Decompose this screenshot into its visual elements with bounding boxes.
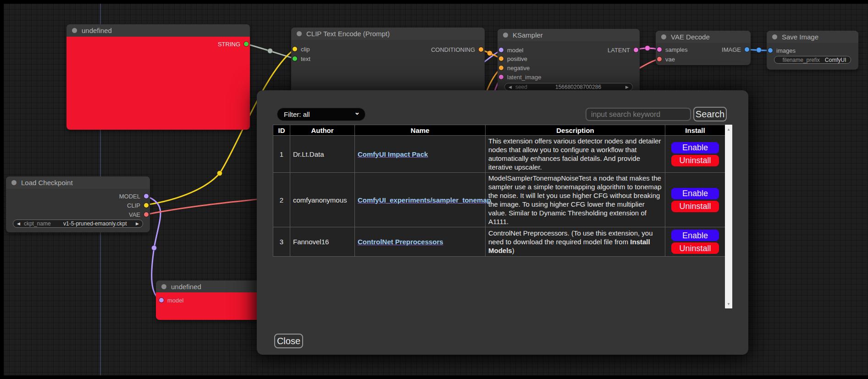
collapse-dot-icon[interactable] (661, 34, 666, 39)
input-port-samples[interactable]: samples (657, 46, 687, 53)
cell-id: 3 (273, 227, 290, 257)
enable-button[interactable]: Enable (671, 230, 719, 241)
description-text: ) (512, 247, 514, 254)
decrement-arrow-icon[interactable]: ◀ (509, 85, 512, 89)
port-dot-icon[interactable] (499, 48, 503, 52)
port-dot-icon[interactable] (144, 194, 149, 198)
filename-prefix-widget[interactable]: filename_prefix ComfyUI (774, 56, 851, 64)
port-label: STRING (218, 41, 240, 48)
input-port-positive[interactable]: positive (499, 55, 527, 62)
node-vae-decode[interactable]: VAE Decode samples vae IMAGE (656, 31, 751, 65)
node-error-body: STRING (66, 37, 250, 130)
cell-description: ModelSamplerTonemapNoiseTest a node that… (486, 173, 665, 227)
output-port-latent[interactable]: LATENT (608, 47, 638, 53)
output-port-clip[interactable]: CLIP (127, 202, 149, 209)
port-dot-icon[interactable] (144, 212, 149, 217)
node-body: images filename_prefix ComfyUI (767, 43, 858, 70)
ckpt-name-widget[interactable]: ◀ ckpt_name v1-5-pruned-emaonly.ckpt ▶ (13, 220, 143, 228)
port-dot-icon[interactable] (293, 47, 297, 51)
extension-link[interactable]: ControlNet Preprocessors (358, 238, 443, 246)
port-dot-icon[interactable] (244, 42, 249, 46)
widget-label: filename_prefix (782, 57, 819, 63)
node-header[interactable]: CLIP Text Encode (Prompt) (291, 27, 485, 40)
port-dot-icon[interactable] (159, 298, 164, 302)
input-port-text[interactable]: text (293, 55, 310, 62)
cell-author: comfyanonymous (290, 173, 355, 227)
increment-arrow-icon[interactable]: ▶ (136, 221, 139, 226)
node-header[interactable]: Save Image (767, 31, 858, 43)
collapse-dot-icon[interactable] (72, 28, 77, 33)
table-row: 1 Dr.Lt.Data ComfyUI Impact Pack This ex… (273, 136, 725, 173)
enable-button[interactable]: Enable (671, 142, 719, 154)
output-port-string[interactable]: STRING (218, 41, 249, 47)
output-port-model[interactable]: MODEL (119, 193, 149, 199)
search-input[interactable] (586, 108, 691, 121)
decrement-arrow-icon[interactable]: ◀ (17, 221, 20, 226)
cell-name: ComfyUI Impact Pack (355, 136, 486, 173)
node-title: Save Image (782, 33, 818, 41)
port-label: CONDITIONING (431, 46, 475, 53)
port-dot-icon[interactable] (745, 47, 749, 52)
filter-select[interactable]: Filter: all (277, 108, 365, 121)
input-port-images[interactable]: images (768, 47, 796, 54)
port-dot-icon[interactable] (293, 56, 297, 61)
input-port-model[interactable]: model (499, 47, 523, 53)
table-row: 2 comfyanonymous ComfyUI_experiments/sam… (273, 173, 725, 227)
input-port-model[interactable]: model (159, 297, 183, 303)
node-header[interactable]: Load Checkpoint (6, 176, 150, 189)
collapse-dot-icon[interactable] (297, 31, 302, 36)
node-title: undefined (82, 27, 112, 34)
node-body: samples vae IMAGE (656, 43, 751, 65)
node-header[interactable]: undefined (66, 24, 250, 37)
extension-link[interactable]: ComfyUI Impact Pack (358, 150, 428, 158)
node-load-checkpoint[interactable]: Load Checkpoint MODEL CLIP VAE ◀ ckpt_na… (6, 176, 150, 232)
node-title: Load Checkpoint (21, 179, 73, 187)
search-button[interactable]: Search (693, 107, 727, 121)
collapse-dot-icon[interactable] (772, 34, 777, 39)
port-dot-icon[interactable] (657, 47, 662, 52)
input-port-vae[interactable]: vae (657, 56, 675, 62)
collapse-dot-icon[interactable] (11, 180, 17, 185)
vertical-scrollbar[interactable]: ▲ ▼ (725, 125, 732, 308)
input-port-negative[interactable]: negative (499, 65, 530, 71)
column-header-install: Install (665, 125, 725, 136)
enable-button[interactable]: Enable (671, 188, 719, 199)
port-dot-icon[interactable] (479, 47, 483, 52)
input-port-clip[interactable]: clip (293, 46, 310, 52)
port-dot-icon[interactable] (634, 48, 638, 52)
port-dot-icon[interactable] (768, 48, 773, 53)
port-label: LATENT (608, 47, 630, 54)
collapse-dot-icon[interactable] (503, 33, 508, 38)
output-port-conditioning[interactable]: CONDITIONING (431, 46, 483, 53)
extension-link[interactable]: ComfyUI_experiments/sampler_tonemap (358, 196, 491, 204)
extensions-table: ID Author Name Description Install 1 Dr.… (273, 125, 725, 257)
port-dot-icon[interactable] (657, 57, 662, 61)
cell-description: This extension offers various detector n… (486, 136, 665, 173)
collapse-dot-icon[interactable] (161, 284, 166, 289)
cell-author: Fannovel16 (290, 227, 355, 257)
port-dot-icon[interactable] (144, 203, 149, 208)
widget-label: ckpt_name (24, 220, 51, 227)
port-dot-icon[interactable] (499, 75, 503, 79)
uninstall-button[interactable]: Uninstall (671, 201, 719, 212)
close-button[interactable]: Close (274, 334, 303, 348)
extension-list-scroll-area[interactable]: ID Author Name Description Install 1 Dr.… (273, 125, 732, 308)
increment-arrow-icon[interactable]: ▶ (625, 85, 629, 89)
node-save-image[interactable]: Save Image images filename_prefix ComfyU… (767, 31, 858, 70)
node-header[interactable]: VAE Decode (656, 31, 751, 43)
output-port-vae[interactable]: VAE (129, 211, 149, 218)
node-header[interactable]: KSampler (498, 29, 640, 41)
port-label: text (301, 55, 310, 62)
node-undefined-top[interactable]: undefined STRING (66, 24, 250, 130)
seed-widget[interactable]: ◀ seed 156680208700286 ▶ (504, 83, 633, 91)
scroll-down-icon[interactable]: ▼ (725, 300, 732, 308)
output-port-image[interactable]: IMAGE (722, 46, 749, 53)
scroll-up-icon[interactable]: ▲ (725, 126, 732, 133)
port-dot-icon[interactable] (499, 66, 503, 70)
input-port-latent-image[interactable]: latent_image (499, 74, 541, 80)
uninstall-button[interactable]: Uninstall (671, 242, 719, 254)
uninstall-button[interactable]: Uninstall (671, 155, 719, 166)
description-text: This extension offers various detector n… (488, 137, 661, 171)
port-dot-icon[interactable] (499, 56, 503, 61)
widget-value: ComfyUI (825, 57, 846, 63)
